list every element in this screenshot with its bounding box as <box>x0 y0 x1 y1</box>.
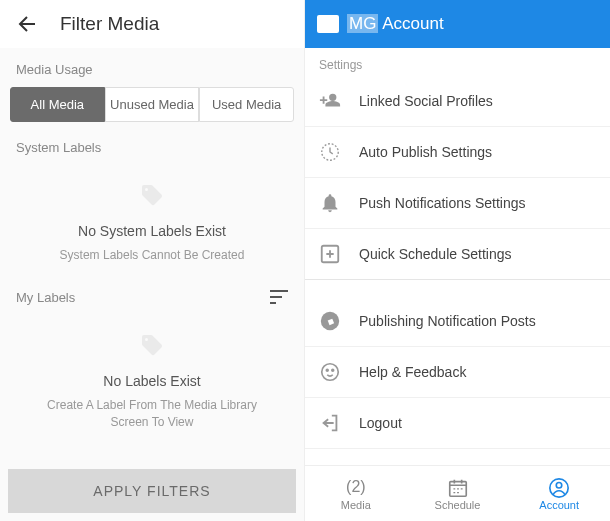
page-title: Filter Media <box>60 13 159 35</box>
my-labels-empty: No Labels Exist Create A Label From The … <box>16 315 288 439</box>
system-labels-empty-title: No System Labels Exist <box>36 223 268 239</box>
back-arrow-icon[interactable] <box>16 12 40 36</box>
menu-icon[interactable] <box>317 15 339 33</box>
nav-label: Schedule <box>435 499 481 511</box>
setting-label: Quick Schedule Settings <box>359 246 512 262</box>
autopublish-icon <box>319 141 341 163</box>
my-labels-title: My Labels <box>16 290 75 305</box>
my-labels-section: My Labels No Labels Exist Create A Label… <box>0 272 304 439</box>
setting-help-feedback[interactable]: Help & Feedback <box>305 347 610 398</box>
tag-icon <box>140 333 164 357</box>
right-header: MG Account <box>305 0 610 48</box>
svg-point-5 <box>332 369 334 371</box>
settings-list: Linked Social Profiles Auto Publish Sett… <box>305 76 610 465</box>
account-panel: MG Account Settings Linked Social Profil… <box>305 0 610 521</box>
setting-linked-profiles[interactable]: Linked Social Profiles <box>305 76 610 127</box>
media-count-icon: (2) <box>345 477 367 497</box>
logout-icon <box>319 412 341 434</box>
bottom-nav: (2) Media Schedule Account <box>305 465 610 521</box>
left-header: Filter Media <box>0 0 304 48</box>
setting-label: Publishing Notification Posts <box>359 313 536 329</box>
nav-label: Account <box>539 499 579 511</box>
setting-label: Push Notifications Settings <box>359 195 526 211</box>
setting-label: Linked Social Profiles <box>359 93 493 109</box>
svg-point-8 <box>556 482 562 488</box>
setting-label: Logout <box>359 415 402 431</box>
person-add-icon <box>319 90 341 112</box>
setting-push-notifications[interactable]: Push Notifications Settings <box>305 178 610 229</box>
setting-auto-publish[interactable]: Auto Publish Settings <box>305 127 610 178</box>
sort-icon[interactable] <box>270 290 288 304</box>
system-labels-empty-subtitle: System Labels Cannot Be Created <box>36 247 268 264</box>
calendar-icon <box>447 477 469 497</box>
filter-media-panel: Filter Media Media Usage All Media Unuse… <box>0 0 305 521</box>
system-labels-title: System Labels <box>16 140 101 155</box>
system-labels-section: System Labels No System Labels Exist Sys… <box>0 122 304 272</box>
add-box-icon <box>319 243 341 265</box>
nav-label: Media <box>341 499 371 511</box>
apply-filters-button[interactable]: APPLY FILTERS <box>8 469 296 513</box>
tag-icon <box>140 183 164 207</box>
media-usage-label: Media Usage <box>0 48 304 87</box>
account-title: MG Account <box>347 14 444 34</box>
tab-all-media[interactable]: All Media <box>10 87 105 122</box>
setting-label: Help & Feedback <box>359 364 466 380</box>
bell-icon <box>319 192 341 214</box>
face-icon <box>319 361 341 383</box>
tab-used-media[interactable]: Used Media <box>199 87 294 122</box>
tab-unused-media[interactable]: Unused Media <box>105 87 200 122</box>
setting-logout[interactable]: Logout <box>305 398 610 449</box>
compass-icon <box>319 310 341 332</box>
system-labels-empty: No System Labels Exist System Labels Can… <box>16 165 288 272</box>
account-icon <box>548 477 570 497</box>
nav-schedule[interactable]: Schedule <box>407 466 509 521</box>
svg-point-3 <box>322 364 339 381</box>
nav-account[interactable]: Account <box>508 466 610 521</box>
media-usage-tabs: All Media Unused Media Used Media <box>0 87 304 122</box>
setting-quick-schedule[interactable]: Quick Schedule Settings <box>305 229 610 280</box>
my-labels-empty-title: No Labels Exist <box>36 373 268 389</box>
my-labels-empty-subtitle: Create A Label From The Media Library Sc… <box>36 397 268 431</box>
svg-point-4 <box>326 369 328 371</box>
setting-label: Auto Publish Settings <box>359 144 492 160</box>
settings-label: Settings <box>305 48 610 76</box>
setting-publishing-posts[interactable]: Publishing Notification Posts <box>305 296 610 347</box>
nav-media[interactable]: (2) Media <box>305 466 407 521</box>
